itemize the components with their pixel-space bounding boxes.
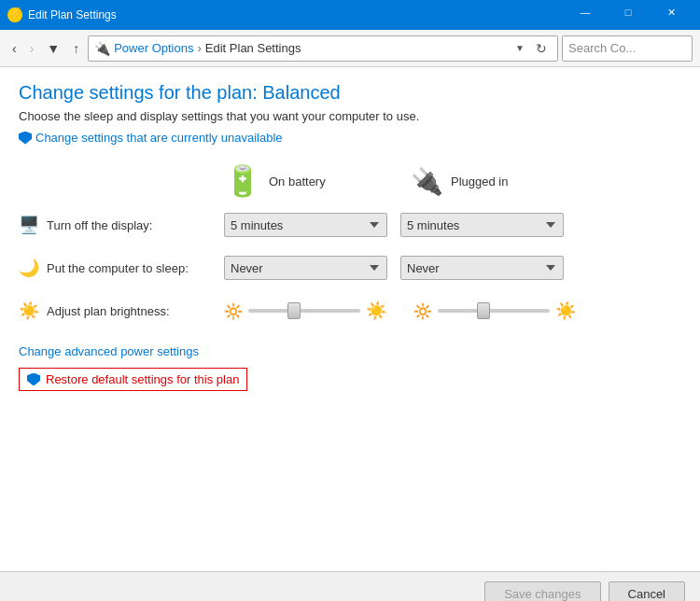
- sleep-icon: 🌙: [19, 258, 39, 278]
- sun-small-battery: 🔆: [224, 302, 243, 320]
- breadcrumb-current: Edit Plan Settings: [205, 41, 301, 55]
- sleep-controls: Never 1 minute 2 minutes 5 minutes 10 mi…: [224, 256, 564, 280]
- breadcrumb-parent[interactable]: Power Options: [114, 41, 193, 55]
- sun-large-battery: ☀️: [366, 300, 386, 321]
- search-input[interactable]: [568, 41, 700, 55]
- sleep-label: 🌙 Put the computer to sleep:: [19, 258, 224, 278]
- cancel-button[interactable]: Cancel: [609, 581, 685, 601]
- display-row: 🖥️ Turn off the display: 5 minutes 1 min…: [19, 210, 681, 240]
- change-link-text: Change settings that are currently unava…: [35, 131, 283, 145]
- main-content: Change settings for the plan: Balanced C…: [0, 67, 700, 571]
- nav-bar: ‹ › ▼ ↑ 🔌 Power Options › Edit Plan Sett…: [0, 30, 700, 67]
- links-section: Change advanced power settings Restore d…: [19, 344, 681, 391]
- back-button[interactable]: ‹: [7, 38, 21, 59]
- page-title: Change settings for the plan: Balanced: [19, 82, 681, 104]
- plugged-in-header: 🔌 Plugged in: [411, 163, 597, 199]
- brightness-plugged-col: 🔆 ☀️: [413, 300, 590, 321]
- sleep-row: 🌙 Put the computer to sleep: Never 1 min…: [19, 253, 681, 283]
- title-bar-text: Edit Plan Settings: [28, 8, 564, 21]
- brightness-label-text: Adjust plan brightness:: [47, 304, 170, 318]
- on-battery-header: 🔋 On battery: [224, 163, 411, 199]
- breadcrumb: Power Options › Edit Plan Settings: [114, 41, 509, 55]
- up-button[interactable]: ↑: [68, 38, 84, 59]
- col-spacer-1: [387, 213, 400, 237]
- sleep-on-battery-select[interactable]: Never 1 minute 2 minutes 5 minutes 10 mi…: [224, 256, 387, 280]
- address-dropdown-btn[interactable]: ▼: [512, 42, 527, 54]
- address-dropdown: ▼: [512, 42, 527, 54]
- footer: Save changes Cancel: [0, 571, 700, 601]
- restore-link-container: Restore default settings for this plan: [19, 368, 247, 391]
- address-bar: 🔌 Power Options › Edit Plan Settings ▼ ↻: [88, 35, 558, 62]
- power-icon: 🔌: [411, 166, 443, 197]
- display-label-text: Turn off the display:: [47, 218, 152, 232]
- restore-defaults-link[interactable]: Restore default settings for this plan: [46, 372, 239, 386]
- save-button[interactable]: Save changes: [484, 581, 600, 601]
- brightness-battery-slider[interactable]: [248, 309, 360, 313]
- display-label: 🖥️ Turn off the display:: [19, 215, 224, 235]
- display-controls: 5 minutes 1 minute 2 minutes 3 minutes 1…: [224, 213, 564, 237]
- refresh-button[interactable]: ↻: [531, 39, 552, 58]
- sleep-plugged-in-select[interactable]: Never 1 minute 2 minutes 5 minutes 10 mi…: [400, 256, 564, 280]
- title-bar: ⚡ Edit Plan Settings — □ ✕: [0, 0, 700, 30]
- brightness-controls: 🔆 ☀️ 🔆 ☀️: [224, 300, 590, 321]
- col-spacer-2: [387, 256, 400, 280]
- breadcrumb-separator: ›: [197, 41, 201, 55]
- monitor-icon: 🖥️: [19, 215, 39, 235]
- restore-shield-icon: [27, 373, 40, 386]
- brightness-icon: ☀️: [19, 300, 39, 321]
- window-controls: — □ ✕: [564, 3, 693, 27]
- sleep-label-text: Put the computer to sleep:: [47, 261, 189, 275]
- shield-icon: [19, 132, 32, 145]
- close-button[interactable]: ✕: [650, 0, 693, 27]
- brightness-label: ☀️ Adjust plan brightness:: [19, 300, 224, 321]
- sun-small-plugged: 🔆: [413, 302, 432, 320]
- advanced-settings-link[interactable]: Change advanced power settings: [19, 344, 681, 358]
- recent-button[interactable]: ▼: [42, 38, 64, 59]
- settings-grid: 🔋 On battery 🔌 Plugged in 🖥️ Turn off th…: [19, 163, 681, 326]
- page-subtitle: Choose the sleep and display settings th…: [19, 109, 681, 123]
- sun-large-plugged: ☀️: [555, 300, 576, 321]
- brightness-plugged-slider[interactable]: [438, 309, 550, 313]
- battery-icon: 🔋: [224, 163, 261, 199]
- nav-icon: 🔌: [94, 41, 110, 56]
- display-on-battery-select[interactable]: 5 minutes 1 minute 2 minutes 3 minutes 1…: [224, 213, 387, 237]
- display-plugged-in-select[interactable]: 5 minutes 1 minute 2 minutes 3 minutes 1…: [400, 213, 564, 237]
- column-headers: 🔋 On battery 🔌 Plugged in: [19, 163, 681, 199]
- search-box: 🔍: [562, 35, 693, 62]
- forward-button[interactable]: ›: [25, 38, 39, 59]
- on-battery-label: On battery: [269, 175, 326, 189]
- maximize-button[interactable]: □: [607, 0, 650, 27]
- brightness-row: ☀️ Adjust plan brightness: 🔆 ☀️ 🔆 ☀️: [19, 296, 681, 326]
- minimize-button[interactable]: —: [564, 0, 607, 27]
- brightness-battery-col: 🔆 ☀️: [224, 300, 400, 321]
- change-settings-link[interactable]: Change settings that are currently unava…: [19, 131, 681, 145]
- app-icon: ⚡: [7, 7, 22, 22]
- plugged-in-label: Plugged in: [451, 175, 508, 189]
